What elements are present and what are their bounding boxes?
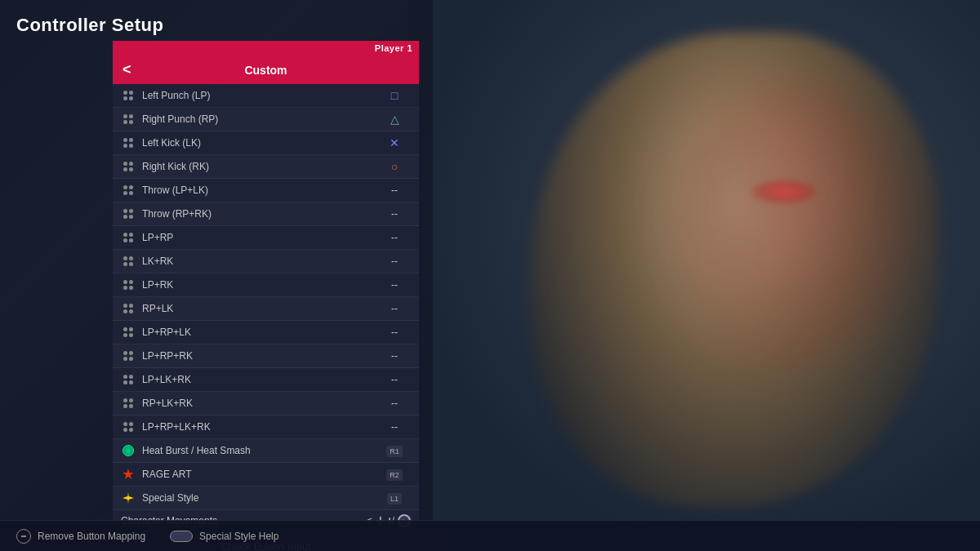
row-binding: -- [378,208,411,220]
row-label: Right Kick (RK) [142,161,378,172]
binding-none: -- [391,374,398,385]
row-icon-dots [121,159,136,174]
custom-header: < Custom [113,56,419,84]
row-label: RAGE ART [142,469,378,480]
controller-panel: Player 1 < Custom Left Punch (LP) Right … [113,41,419,551]
player-badge: Player 1 [113,41,419,56]
row-icon-dots [121,183,136,198]
binding-icon-circle [391,162,398,173]
remove-icon [16,529,31,544]
help-bar: Remove Button Mapping Special Style Help [0,520,980,551]
mapping-row-lk[interactable]: Left Kick (LK) [113,131,419,155]
row-label: LP+RP [142,232,378,243]
binding-none: -- [391,327,398,338]
help-item-special: Special Style Help [170,531,278,542]
mapping-row-lkrk[interactable]: LK+RK -- [113,250,419,273]
row-label: LP+RK [142,279,378,291]
mapping-row-lprprk[interactable]: LP+RP+RK -- [113,344,419,368]
row-label: RP+LK [142,303,378,314]
mapping-row-rplkrk[interactable]: RP+LK+RK -- [113,392,419,415]
binding-icon-square [391,91,398,102]
row-icon-dots [121,254,136,269]
row-icon-dots [121,325,136,340]
row-icon-dots [121,301,136,316]
row-binding: L1 [378,492,411,504]
mapping-list: Left Punch (LP) Right Punch (RP) Left Ki… [113,84,419,510]
row-label: Heat Burst / Heat Smash [142,445,378,456]
row-binding [378,136,411,149]
row-icon-rage [121,467,136,482]
binding-none: -- [391,421,398,433]
row-icon-dots [121,349,136,363]
row-icon-dots [121,420,136,434]
special-help-label: Special Style Help [199,531,278,542]
page-title: Controller Setup [16,15,163,36]
mapping-row-rk[interactable]: Right Kick (RK) [113,155,419,179]
mapping-row-lprp[interactable]: LP+RP -- [113,226,419,250]
row-binding [378,160,411,173]
row-label: LP+LK+RK [142,374,378,385]
mapping-row-rplk[interactable]: RP+LK -- [113,297,419,321]
binding-icon-triangle [390,114,399,126]
row-binding: -- [378,350,411,362]
row-label: Special Style [142,492,378,504]
row-binding: -- [378,232,411,243]
row-icon-dots [121,230,136,245]
row-binding: -- [378,374,411,385]
special-help-icon [170,531,193,542]
help-item-remove: Remove Button Mapping [16,529,145,544]
binding-none: -- [391,303,398,314]
binding-icon-r1: R1 [386,446,403,457]
row-label: Left Punch (LP) [142,90,378,101]
binding-none: -- [391,350,398,362]
row-label: LP+RP+RK [142,350,378,362]
mapping-row-lplkrk[interactable]: LP+LK+RK -- [113,368,419,392]
row-binding: -- [378,279,411,291]
row-label: Right Punch (RP) [142,113,378,125]
row-binding: -- [378,398,411,409]
mapping-row-lprplkrk[interactable]: LP+RP+LK+RK -- [113,415,419,439]
binding-none: -- [391,256,398,267]
mapping-row-throw_rprk[interactable]: Throw (RP+RK) -- [113,202,419,226]
binding-none: -- [391,184,398,196]
binding-none: -- [391,398,398,409]
row-binding [378,113,411,126]
row-label: Throw (RP+RK) [142,208,378,220]
back-button[interactable]: < [122,61,131,78]
remove-label: Remove Button Mapping [38,531,145,542]
row-icon-dots [121,136,136,150]
row-label: LP+RP+LK+RK [142,421,378,433]
row-label: RP+LK+RK [142,398,378,409]
mapping-row-rage[interactable]: RAGE ART R2 [113,463,419,487]
character-shadow [670,82,915,367]
row-icon-dots [121,396,136,411]
mapping-row-rp[interactable]: Right Punch (RP) [113,108,419,131]
binding-icon-l1: L1 [387,493,402,504]
row-binding: R2 [378,469,411,480]
mapping-row-heat[interactable]: Heat Burst / Heat Smash R1 [113,439,419,463]
row-binding: -- [378,184,411,196]
row-icon-dots [121,278,136,292]
row-icon-dots [121,372,136,387]
mapping-row-lp[interactable]: Left Punch (LP) [113,84,419,108]
row-label: Throw (LP+LK) [142,184,378,196]
row-binding: -- [378,327,411,338]
character-eye-glow [751,180,817,204]
row-icon-special [121,491,136,505]
row-label: LK+RK [142,256,378,267]
mapping-row-special[interactable]: Special Style L1 [113,487,419,510]
row-icon-heat [121,443,136,458]
mapping-row-lprplk[interactable]: LP+RP+LK -- [113,321,419,344]
row-icon-dots [121,88,136,103]
row-label: LP+RP+LK [142,327,378,338]
binding-icon-cross [390,138,399,149]
character-area [408,0,980,551]
row-label: Left Kick (LK) [142,137,378,149]
mapping-row-throw_lplk[interactable]: Throw (LP+LK) -- [113,179,419,202]
row-icon-dots [121,112,136,127]
row-binding: R1 [378,445,411,456]
row-binding: -- [378,303,411,314]
preset-title: Custom [113,64,419,77]
mapping-row-lprk[interactable]: LP+RK -- [113,273,419,297]
row-binding: -- [378,421,411,433]
